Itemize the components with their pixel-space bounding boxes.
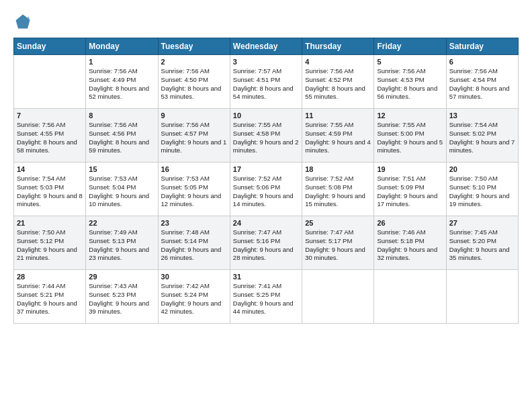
- calendar-cell: 4Sunrise: 7:56 AM Sunset: 4:52 PM Daylig…: [302, 55, 374, 109]
- header-day-wednesday: Wednesday: [230, 38, 302, 55]
- cell-info: Sunrise: 7:42 AM Sunset: 5:24 PM Dayligh…: [161, 282, 227, 316]
- header-day-saturday: Saturday: [446, 38, 518, 55]
- day-number: 5: [377, 58, 443, 66]
- day-number: 19: [377, 165, 443, 173]
- day-number: 18: [305, 165, 371, 173]
- cell-info: Sunrise: 7:45 AM Sunset: 5:20 PM Dayligh…: [449, 228, 515, 263]
- day-number: 9: [161, 111, 227, 120]
- cell-info: Sunrise: 7:56 AM Sunset: 4:55 PM Dayligh…: [17, 121, 83, 155]
- cell-info: Sunrise: 7:50 AM Sunset: 5:10 PM Dayligh…: [449, 175, 515, 209]
- cell-info: Sunrise: 7:48 AM Sunset: 5:14 PM Dayligh…: [161, 228, 227, 263]
- logo: [13, 12, 35, 31]
- calendar-cell: 3Sunrise: 7:57 AM Sunset: 4:51 PM Daylig…: [230, 55, 302, 109]
- calendar-cell: 21Sunrise: 7:50 AM Sunset: 5:12 PM Dayli…: [14, 216, 86, 270]
- calendar-cell: 12Sunrise: 7:55 AM Sunset: 5:00 PM Dayli…: [374, 109, 446, 163]
- cell-info: Sunrise: 7:50 AM Sunset: 5:12 PM Dayligh…: [17, 228, 83, 263]
- cell-info: Sunrise: 7:53 AM Sunset: 5:05 PM Dayligh…: [161, 175, 227, 209]
- calendar-cell: 26Sunrise: 7:46 AM Sunset: 5:18 PM Dayli…: [374, 216, 446, 270]
- cell-info: Sunrise: 7:55 AM Sunset: 4:59 PM Dayligh…: [305, 121, 371, 155]
- calendar-cell: 11Sunrise: 7:55 AM Sunset: 4:59 PM Dayli…: [302, 109, 374, 163]
- calendar-cell: [302, 270, 374, 324]
- cell-info: Sunrise: 7:52 AM Sunset: 5:06 PM Dayligh…: [233, 175, 299, 209]
- day-number: 11: [305, 111, 371, 120]
- calendar-cell: 7Sunrise: 7:56 AM Sunset: 4:55 PM Daylig…: [14, 109, 86, 163]
- calendar-cell: 15Sunrise: 7:53 AM Sunset: 5:04 PM Dayli…: [86, 163, 158, 216]
- calendar-cell: 23Sunrise: 7:48 AM Sunset: 5:14 PM Dayli…: [158, 216, 230, 270]
- day-number: 26: [377, 219, 443, 227]
- week-row-3: 14Sunrise: 7:54 AM Sunset: 5:03 PM Dayli…: [14, 163, 519, 216]
- day-number: 1: [89, 58, 154, 66]
- cell-info: Sunrise: 7:52 AM Sunset: 5:08 PM Dayligh…: [305, 175, 371, 209]
- day-number: 10: [233, 111, 299, 120]
- calendar-cell: 14Sunrise: 7:54 AM Sunset: 5:03 PM Dayli…: [14, 163, 86, 216]
- calendar-cell: 27Sunrise: 7:45 AM Sunset: 5:20 PM Dayli…: [446, 216, 518, 270]
- cell-info: Sunrise: 7:53 AM Sunset: 5:04 PM Dayligh…: [89, 175, 154, 209]
- calendar-cell: 9Sunrise: 7:56 AM Sunset: 4:57 PM Daylig…: [158, 109, 230, 163]
- cell-info: Sunrise: 7:55 AM Sunset: 4:58 PM Dayligh…: [233, 121, 299, 155]
- day-number: 30: [161, 273, 227, 281]
- day-number: 4: [305, 58, 371, 66]
- day-number: 16: [161, 165, 227, 173]
- day-number: 13: [449, 111, 515, 120]
- calendar-cell: 1Sunrise: 7:56 AM Sunset: 4:49 PM Daylig…: [86, 55, 158, 109]
- cell-info: Sunrise: 7:56 AM Sunset: 4:50 PM Dayligh…: [161, 67, 227, 101]
- day-number: 12: [377, 111, 443, 120]
- calendar-cell: 20Sunrise: 7:50 AM Sunset: 5:10 PM Dayli…: [446, 163, 518, 216]
- week-row-1: 1Sunrise: 7:56 AM Sunset: 4:49 PM Daylig…: [14, 55, 519, 109]
- cell-info: Sunrise: 7:56 AM Sunset: 4:56 PM Dayligh…: [89, 121, 154, 155]
- calendar-header: SundayMondayTuesdayWednesdayThursdayFrid…: [14, 38, 519, 55]
- day-number: 14: [17, 165, 83, 173]
- day-number: 27: [449, 219, 515, 227]
- page: SundayMondayTuesdayWednesdayThursdayFrid…: [0, 0, 532, 411]
- calendar-cell: 28Sunrise: 7:44 AM Sunset: 5:21 PM Dayli…: [14, 270, 86, 324]
- day-number: 21: [17, 219, 83, 227]
- day-number: 17: [233, 165, 299, 173]
- week-row-5: 28Sunrise: 7:44 AM Sunset: 5:21 PM Dayli…: [14, 270, 519, 324]
- calendar-cell: 18Sunrise: 7:52 AM Sunset: 5:08 PM Dayli…: [302, 163, 374, 216]
- cell-info: Sunrise: 7:57 AM Sunset: 4:51 PM Dayligh…: [233, 67, 299, 101]
- cell-info: Sunrise: 7:55 AM Sunset: 5:00 PM Dayligh…: [377, 121, 443, 155]
- calendar-table: SundayMondayTuesdayWednesdayThursdayFrid…: [13, 38, 519, 324]
- calendar-cell: 29Sunrise: 7:43 AM Sunset: 5:23 PM Dayli…: [86, 270, 158, 324]
- calendar-cell: [374, 270, 446, 324]
- day-number: 23: [161, 219, 227, 227]
- calendar-cell: 31Sunrise: 7:41 AM Sunset: 5:25 PM Dayli…: [230, 270, 302, 324]
- cell-info: Sunrise: 7:47 AM Sunset: 5:16 PM Dayligh…: [233, 228, 299, 263]
- day-number: 15: [89, 165, 154, 173]
- day-number: 29: [89, 273, 154, 281]
- calendar-cell: 13Sunrise: 7:54 AM Sunset: 5:02 PM Dayli…: [446, 109, 518, 163]
- header-day-thursday: Thursday: [302, 38, 374, 55]
- day-number: 20: [449, 165, 515, 173]
- calendar-cell: 25Sunrise: 7:47 AM Sunset: 5:17 PM Dayli…: [302, 216, 374, 270]
- day-number: 3: [233, 58, 299, 66]
- calendar-cell: 19Sunrise: 7:51 AM Sunset: 5:09 PM Dayli…: [374, 163, 446, 216]
- cell-info: Sunrise: 7:46 AM Sunset: 5:18 PM Dayligh…: [377, 228, 443, 263]
- day-number: 31: [233, 273, 299, 281]
- calendar-cell: 2Sunrise: 7:56 AM Sunset: 4:50 PM Daylig…: [158, 55, 230, 109]
- header-row: SundayMondayTuesdayWednesdayThursdayFrid…: [14, 38, 519, 55]
- day-number: 2: [161, 58, 227, 66]
- calendar-cell: 17Sunrise: 7:52 AM Sunset: 5:06 PM Dayli…: [230, 163, 302, 216]
- cell-info: Sunrise: 7:41 AM Sunset: 5:25 PM Dayligh…: [233, 282, 299, 316]
- week-row-2: 7Sunrise: 7:56 AM Sunset: 4:55 PM Daylig…: [14, 109, 519, 163]
- week-row-4: 21Sunrise: 7:50 AM Sunset: 5:12 PM Dayli…: [14, 216, 519, 270]
- calendar-body: 1Sunrise: 7:56 AM Sunset: 4:49 PM Daylig…: [14, 55, 519, 324]
- cell-info: Sunrise: 7:56 AM Sunset: 4:57 PM Dayligh…: [161, 121, 227, 155]
- calendar-cell: 8Sunrise: 7:56 AM Sunset: 4:56 PM Daylig…: [86, 109, 158, 163]
- cell-info: Sunrise: 7:51 AM Sunset: 5:09 PM Dayligh…: [377, 175, 443, 209]
- day-number: 25: [305, 219, 371, 227]
- header-day-monday: Monday: [86, 38, 158, 55]
- cell-info: Sunrise: 7:56 AM Sunset: 4:53 PM Dayligh…: [377, 67, 443, 101]
- cell-info: Sunrise: 7:56 AM Sunset: 4:54 PM Dayligh…: [449, 67, 515, 101]
- logo-icon: [13, 12, 32, 31]
- header-day-tuesday: Tuesday: [158, 38, 230, 55]
- header-day-sunday: Sunday: [14, 38, 86, 55]
- header-day-friday: Friday: [374, 38, 446, 55]
- day-number: 7: [17, 111, 83, 120]
- cell-info: Sunrise: 7:44 AM Sunset: 5:21 PM Dayligh…: [17, 282, 83, 316]
- calendar-cell: [14, 55, 86, 109]
- svg-marker-0: [16, 15, 30, 29]
- cell-info: Sunrise: 7:43 AM Sunset: 5:23 PM Dayligh…: [89, 282, 154, 316]
- calendar-cell: 30Sunrise: 7:42 AM Sunset: 5:24 PM Dayli…: [158, 270, 230, 324]
- day-number: 22: [89, 219, 154, 227]
